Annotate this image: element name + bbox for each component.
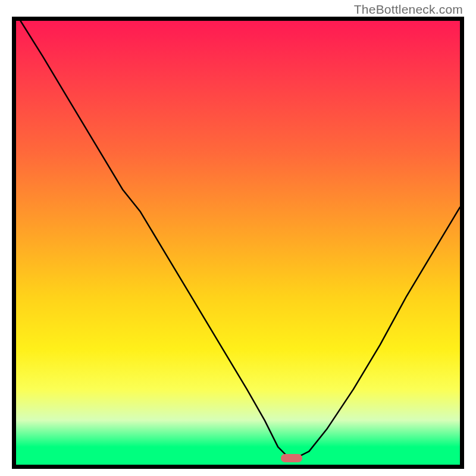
optimum-marker [281, 454, 302, 462]
watermark-text: TheBottleneck.com [354, 2, 463, 17]
bottleneck-curve [20, 21, 460, 461]
curve-layer [16, 21, 460, 465]
plot-area [12, 17, 464, 469]
